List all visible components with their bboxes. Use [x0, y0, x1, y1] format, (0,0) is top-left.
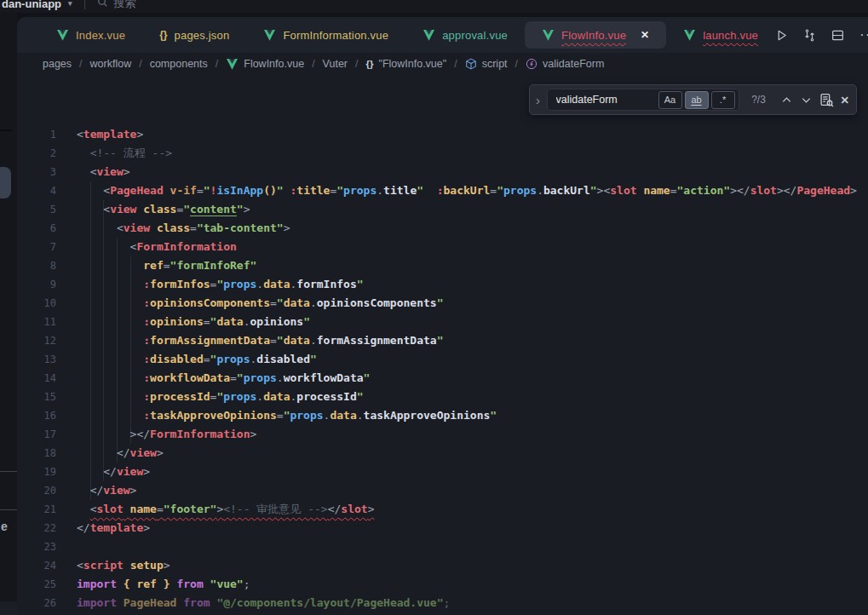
line-number: 12 [17, 331, 56, 350]
next-match-button[interactable] [800, 94, 813, 106]
breadcrumb-label: "FlowInfo.vue" [378, 58, 446, 70]
tab-forminformation-vue[interactable]: FormInformation.vue [246, 21, 405, 49]
code-line-content: :processId="props.data.processId" [56, 388, 868, 406]
line-number: 11 [17, 313, 56, 331]
code-line[interactable]: 9:formInfos="props.data.formInfos" [17, 275, 868, 294]
tab-label: FlowInfo.vue [561, 29, 626, 42]
line-number: 5 [17, 200, 56, 219]
line-number: 13 [17, 350, 56, 369]
code-line-content [56, 537, 868, 556]
close-icon[interactable]: ✕ [641, 29, 649, 41]
regex-button[interactable]: .* [711, 91, 735, 109]
code-line[interactable]: 7<FormInformation [17, 238, 868, 256]
code-line[interactable]: 13:disabled="props.disabled" [17, 350, 868, 369]
line-number: 3 [17, 163, 56, 181]
code-line-content: <!-- 流程 --> [56, 144, 868, 163]
code-line-content: :disabled="props.disabled" [56, 350, 868, 369]
editor-pane[interactable]: 1<template>2<!-- 流程 -->3<view>4<PageHead… [17, 75, 868, 615]
vscode-window: dan-uniapp ▾ 搜索 e Index.vue{} [0, 0, 868, 615]
code-line[interactable]: 2<!-- 流程 --> [17, 144, 868, 163]
whole-word-button[interactable]: ab [685, 91, 709, 109]
sidebar-sliver: e [0, 13, 17, 615]
code-line[interactable]: 4<PageHead v-if="!isInApp()" :title="pro… [17, 181, 868, 200]
find-input[interactable] [555, 93, 655, 106]
breadcrumb-item-flowinfo-vue[interactable]: FlowInfo.vue [226, 58, 304, 70]
open-changes-icon[interactable] [803, 29, 816, 42]
code-line[interactable]: 23 [17, 537, 868, 556]
match-case-button[interactable]: Aa [658, 91, 682, 109]
code-line[interactable]: 8ref="formInfoRef" [17, 256, 868, 275]
code-line[interactable]: 1<template> [17, 125, 868, 144]
breadcrumb-item-components[interactable]: components [150, 58, 208, 70]
code-line[interactable]: 24<script setup> [17, 556, 868, 575]
code-line[interactable]: 20</view> [17, 481, 868, 500]
line-number: 1 [17, 125, 56, 144]
code-line[interactable]: 11:opinions="data.opinions" [17, 313, 868, 331]
code-line-content: </view> [56, 444, 868, 463]
breadcrumb-item-validateform[interactable]: validateForm [526, 58, 604, 70]
line-number: 20 [17, 481, 56, 500]
code-line[interactable]: 25import { ref } from "vue"; [17, 575, 868, 594]
code-line-content: :opinionsComponents="data.opinionsCompon… [56, 294, 868, 313]
breadcrumb-item-pages[interactable]: pages [43, 58, 72, 70]
breadcrumb-label: components [150, 58, 208, 70]
code-line[interactable]: 15:processId="props.data.processId" [17, 388, 868, 406]
code-line[interactable]: 26import PageHead from "@/components/lay… [17, 594, 868, 612]
tab-index-vue[interactable]: Index.vue [39, 21, 142, 49]
close-find-icon[interactable]: ✕ [841, 94, 849, 106]
breadcrumb-separator: / [312, 58, 314, 70]
tab-pages-json[interactable]: {}pages.json [142, 21, 246, 49]
previous-match-button[interactable] [780, 94, 793, 106]
tab-approval-vue[interactable]: approval.vue [405, 21, 525, 49]
find-widget: › Aa ab .* ?/3 [529, 84, 857, 115]
more-actions-icon[interactable]: ··· [859, 26, 868, 43]
function-icon [526, 58, 537, 70]
code-line[interactable]: 17></FormInformation> [17, 425, 868, 444]
code-line[interactable]: 21<slot name="footer"><!-- 审批意见 --></slo… [17, 500, 868, 519]
code-line[interactable]: 18</view> [17, 444, 868, 463]
code-line-content: <template> [56, 125, 868, 144]
breadcrumb-separator: / [355, 58, 358, 70]
find-in-selection-button[interactable] [819, 93, 834, 107]
run-icon[interactable] [775, 29, 788, 42]
find-input-box: Aa ab .* [547, 89, 739, 111]
code-line[interactable]: 14:workflowData="props.workflowData" [17, 369, 868, 388]
vue-icon [263, 30, 276, 41]
sidebar-selection-pill[interactable] [0, 167, 11, 198]
line-number: 21 [17, 500, 56, 519]
code-line[interactable]: 6<view class="tab-content"> [17, 219, 868, 238]
code-line[interactable]: 22</template> [17, 519, 868, 537]
code-line-content: <script setup> [56, 556, 868, 575]
line-number: 9 [17, 275, 56, 294]
code-line-content: import PageHead from "@/components/layou… [56, 594, 868, 612]
tab-launch-vue[interactable]: launch.vue [666, 21, 775, 49]
sidebar-partial-text: e [1, 520, 8, 533]
tab-flowinfo-vue[interactable]: FlowInfo.vue✕ [525, 21, 666, 49]
line-number: 26 [17, 594, 56, 612]
tab-label: FormInformation.vue [283, 29, 388, 42]
global-search-button[interactable]: 搜索 [97, 0, 136, 11]
code-line[interactable]: 19</view> [17, 463, 868, 481]
code-line[interactable]: 5<view class="content"> [17, 200, 868, 219]
code-line-content: ></FormInformation> [56, 425, 868, 444]
code-line[interactable]: 12:formAssignmentData="data.formAssignme… [17, 331, 868, 350]
error-squiggle-span: <slot name="footer"><!-- 审批意见 --></slot> [90, 503, 375, 515]
split-editor-icon[interactable] [831, 29, 844, 42]
breadcrumb-item-script[interactable]: script [465, 58, 508, 70]
breadcrumb-label: FlowInfo.vue [244, 58, 304, 70]
braces-icon: {} [159, 29, 167, 41]
breadcrumb-item-vuter[interactable]: Vuter [323, 58, 348, 70]
code-line[interactable]: 16:taskApproveOpinions="props.data.taskA… [17, 406, 868, 425]
toggle-replace-chevron[interactable]: › [530, 93, 547, 107]
breadcrumb-item-workflow[interactable]: workflow [90, 58, 132, 70]
code-line[interactable]: 3<view> [17, 163, 868, 181]
code-line-content: ref="formInfoRef" [56, 256, 868, 275]
line-number: 17 [17, 425, 56, 444]
breadcrumb-item--flowinfo-vue-[interactable]: {}"FlowInfo.vue" [366, 58, 447, 70]
breadcrumb-label: Vuter [323, 58, 348, 70]
vue-icon [56, 30, 69, 41]
code-line[interactable]: 10:opinionsComponents="data.opinionsComp… [17, 294, 868, 313]
code-line-content: </view> [56, 463, 868, 481]
breadcrumb-separator: / [216, 58, 218, 70]
project-menu-button[interactable]: dan-uniapp ▾ [2, 0, 72, 10]
